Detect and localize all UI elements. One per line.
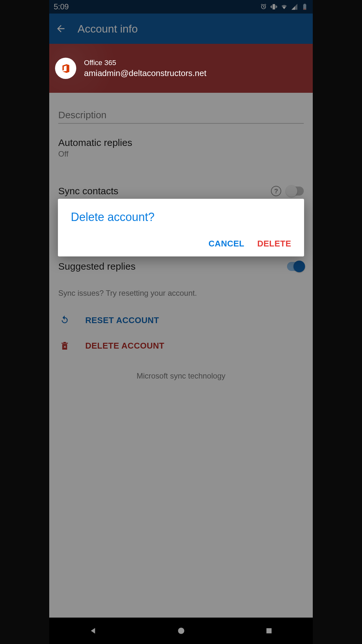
account-avatar (55, 58, 76, 79)
device-screen: 5:09 Account info (49, 0, 313, 644)
dialog-title: Delete account? (71, 210, 291, 224)
modal-scrim[interactable] (49, 0, 313, 644)
delete-button[interactable]: DELETE (257, 239, 291, 249)
cancel-button[interactable]: CANCEL (209, 239, 244, 249)
office-icon (60, 63, 71, 74)
delete-confirmation-dialog: Delete account? CANCEL DELETE (58, 199, 304, 256)
account-email: amiadmin@deltaconstructors.net (84, 68, 206, 78)
account-type: Office 365 (84, 59, 206, 67)
account-text: Office 365 amiadmin@deltaconstructors.ne… (84, 59, 206, 78)
